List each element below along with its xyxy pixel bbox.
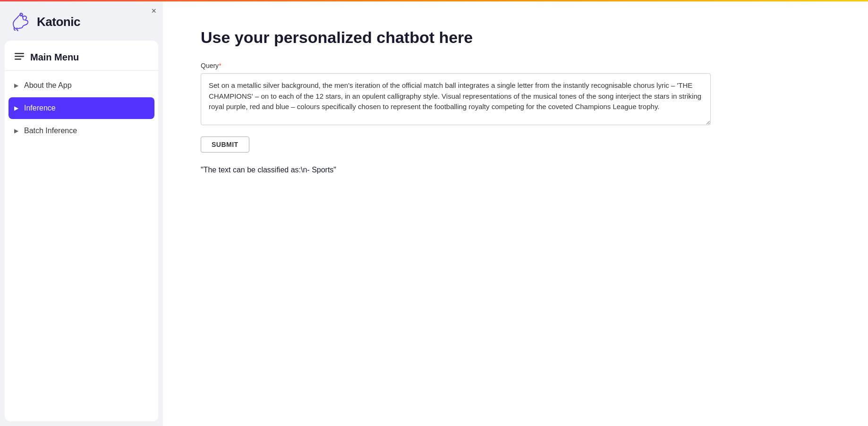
logo-text: Katonic [37,15,80,29]
result-text: "The text can be classified as:\n- Sport… [201,166,830,174]
sidebar: × Katonic Main [0,0,163,426]
svg-rect-3 [15,59,21,60]
sidebar-item-inference[interactable]: ▶ Inference [9,97,154,119]
query-label: Query* [201,62,830,69]
sidebar-item-label-inference: Inference [24,104,56,112]
submit-button[interactable]: SUBMIT [201,136,249,153]
close-button[interactable]: × [151,7,156,15]
menu-title: Main Menu [30,52,79,63]
sidebar-item-label-batch: Batch Inference [24,127,77,135]
menu-card: Main Menu ▶ About the App ▶ Inference ▶ … [5,41,158,421]
chevron-right-icon-batch: ▶ [14,128,18,134]
main-content: Use your personalized chatbot here Query… [163,0,868,426]
sidebar-item-batch[interactable]: ▶ Batch Inference [5,120,158,142]
svg-rect-2 [15,56,24,57]
query-required-marker: * [219,62,221,69]
svg-point-0 [20,16,21,17]
menu-icon [14,52,25,63]
query-section: Query* Set on a metallic silver backgrou… [201,62,830,153]
menu-header: Main Menu [5,46,158,71]
svg-rect-1 [15,53,24,54]
sidebar-item-label-about: About the App [24,81,72,90]
chevron-right-icon: ▶ [14,82,18,89]
page-title: Use your personalized chatbot here [201,28,830,47]
query-input[interactable]: Set on a metallic silver background, the… [201,73,711,125]
logo-icon [9,12,33,31]
logo-area: Katonic [5,5,158,41]
chevron-right-icon-active: ▶ [14,105,18,111]
sidebar-item-about[interactable]: ▶ About the App [5,75,158,96]
